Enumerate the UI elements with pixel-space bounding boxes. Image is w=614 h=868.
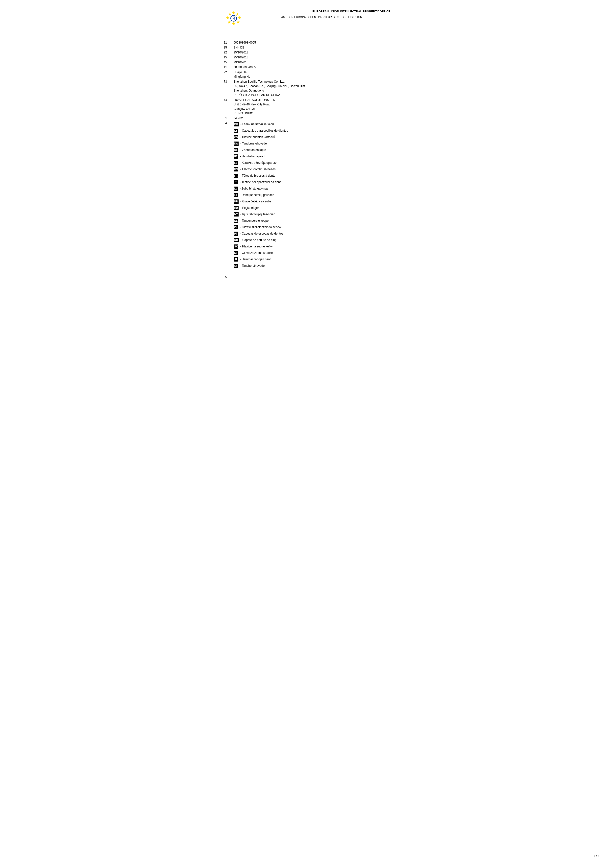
svg-marker-2 bbox=[238, 16, 241, 19]
lang-code-EN: EN bbox=[234, 167, 239, 172]
lang-entry-LT: LT - Dantų šepetėlių galvutės bbox=[234, 193, 288, 197]
lang-entry-DE: DE - Zahnbürstenköpfe bbox=[234, 148, 288, 152]
field-51-value: 04 - 02 bbox=[234, 116, 391, 121]
lang-text-HR: - Glave četkica za zube bbox=[240, 200, 271, 203]
field-11-row: 11 005808698-0005 bbox=[224, 65, 391, 70]
field-73-line1: Shenzhen Baolijie Technology Co., Ltd. bbox=[234, 80, 285, 84]
euipo-logo: R bbox=[224, 10, 243, 27]
main-content: 21 005808698-0005 25 EN - DE 22 25/10/20… bbox=[224, 40, 391, 279]
lang-code-HU: HU bbox=[234, 206, 239, 210]
field-74-number: 74 bbox=[224, 98, 234, 116]
lang-code-LT: LT bbox=[234, 193, 238, 197]
lang-code-BG: BG bbox=[234, 122, 239, 126]
field-51-row: 51 04 - 02 bbox=[224, 116, 391, 121]
euipo-subtitle: AMT DER EUROPÄISCHEN UNION FÜR GEISTIGES… bbox=[253, 16, 391, 19]
lang-text-MT: - Irjus tal-ixkupilji tas-snien bbox=[240, 212, 275, 216]
field-25-number: 25 bbox=[224, 45, 234, 50]
field-72-number: 72 bbox=[224, 70, 234, 79]
field-25-value: EN - DE bbox=[234, 45, 391, 50]
field-73-row: 73 Shenzhen Baolijie Technology Co., Ltd… bbox=[224, 79, 391, 97]
lang-text-SK: - Hlavice na zubné kefky bbox=[240, 245, 273, 248]
lang-text-ET: - Hambaharjapead bbox=[240, 155, 265, 158]
lang-code-CS: CS bbox=[234, 135, 239, 139]
field-21-row: 21 005808698-0005 bbox=[224, 40, 391, 45]
lang-entry-ET: ET - Hambaharjapead bbox=[234, 154, 288, 159]
svg-marker-4 bbox=[232, 22, 235, 25]
field-54-row: 54 BG - Глави на четки за зъби ES - Cabe… bbox=[224, 121, 391, 270]
field-72-value: Huajie He Mingfeng He bbox=[234, 70, 391, 79]
field-74-line2: Unit 6 42-46 New City Road bbox=[234, 103, 270, 106]
lang-code-NL: NL bbox=[234, 219, 238, 223]
lang-text-BG: - Глави на четки за зъби bbox=[240, 122, 274, 126]
lang-code-DA: DA bbox=[234, 141, 239, 146]
lang-code-SV: SV bbox=[234, 264, 238, 268]
field-74-value: LIU'S LEGAL SOLUTIONS LTD Unit 6 42-46 N… bbox=[234, 98, 391, 116]
lang-entry-ES: ES - Cabezales para cepillos de dientes bbox=[234, 129, 288, 133]
field-51-number: 51 bbox=[224, 116, 234, 121]
lang-entry-FI: FI - Hammasharjojen päät bbox=[234, 257, 288, 262]
lang-text-SL: - Glave za zobne krtačke bbox=[240, 251, 273, 254]
field-11-value: 005808698-0005 bbox=[234, 65, 391, 70]
lang-code-SL: SL bbox=[234, 251, 238, 255]
lang-code-ES: ES bbox=[234, 129, 238, 133]
page-header: R EUROPEAN UNION INTELLECTUAL PROPERTY O… bbox=[224, 10, 391, 28]
lang-entry-SV: SV - Tandborsthuvuden bbox=[234, 264, 288, 268]
field-72-row: 72 Huajie He Mingfeng He bbox=[224, 70, 391, 79]
lang-text-FI: - Hammasharjojen päät bbox=[240, 257, 271, 261]
field-21-value: 005808698-0005 bbox=[234, 40, 391, 45]
lang-code-FR: FR bbox=[234, 174, 238, 178]
svg-marker-3 bbox=[237, 20, 240, 23]
svg-marker-7 bbox=[228, 12, 231, 16]
field-72-line2: Mingfeng He bbox=[234, 75, 250, 78]
lang-entry-EL: EL - Κεφαλές οδοντόβουρτσων bbox=[234, 161, 288, 165]
euipo-title: EUROPEAN UNION INTELLECTUAL PROPERTY OFF… bbox=[253, 10, 391, 13]
field-15-row: 15 25/10/2018 bbox=[224, 55, 391, 60]
lang-text-NL: - Tandenborstelkoppen bbox=[240, 219, 270, 222]
field-21-number: 21 bbox=[224, 40, 234, 45]
field-55-number: 55 bbox=[224, 275, 234, 279]
lang-text-EL: - Κεφαλές οδοντόβουρτσων bbox=[240, 161, 276, 164]
field-22-value: 25/10/2018 bbox=[234, 50, 391, 55]
field-73-line2: D2, No.47, Shasan Rd., Shajing Sub-dist.… bbox=[234, 84, 306, 88]
svg-text:R: R bbox=[233, 16, 236, 20]
svg-marker-1 bbox=[236, 12, 239, 16]
lang-code-LV: LV bbox=[234, 186, 238, 191]
svg-marker-6 bbox=[226, 16, 229, 19]
field-11-number: 11 bbox=[224, 65, 234, 70]
field-74-line1: LIU'S LEGAL SOLUTIONS LTD bbox=[234, 98, 275, 102]
field-15-number: 15 bbox=[224, 55, 234, 60]
lang-entry-HU: HU - Fogkefefejek bbox=[234, 206, 288, 210]
lang-entry-LV: LV - Zobu birstu galviņas bbox=[234, 186, 288, 191]
lang-text-DA: - Tandbørstehoveder bbox=[240, 142, 268, 145]
field-22-row: 22 25/10/2018 bbox=[224, 50, 391, 55]
field-54-number: 54 bbox=[224, 121, 234, 270]
lang-entry-FR: FR - Têtes de brosses à dents bbox=[234, 174, 288, 178]
lang-text-IT: - Testine per spazzolini da denti bbox=[240, 180, 281, 184]
lang-text-HU: - Fogkefefejek bbox=[240, 206, 259, 209]
field-73-line3: Shenzhen, Guangdong bbox=[234, 89, 264, 92]
lang-text-LV: - Zobu birstu galviņas bbox=[240, 187, 268, 190]
lang-entry-RO: RO - Capete de periuțe de dinți bbox=[234, 238, 288, 242]
field-74-line3: Glasgow G4 9JT bbox=[234, 107, 256, 111]
lang-code-DE: DE bbox=[234, 148, 239, 152]
lang-text-SV: - Tandborsthuvuden bbox=[240, 264, 266, 268]
lang-code-FI: FI bbox=[234, 257, 238, 262]
lang-text-PT: - Cabeças de escovas de dentes bbox=[240, 232, 283, 235]
lang-text-PL: - Główki szczoteczek do zębów bbox=[240, 225, 281, 229]
lang-code-IT: IT bbox=[234, 180, 238, 184]
svg-marker-5 bbox=[228, 20, 231, 23]
lang-text-EN: - Electric toothbrush heads bbox=[240, 167, 276, 171]
lang-entry-DA: DA - Tandbørstehoveder bbox=[234, 141, 288, 146]
lang-entry-NL: NL - Tandenborstelkoppen bbox=[234, 219, 288, 223]
lang-code-ET: ET bbox=[234, 154, 238, 159]
lang-code-RO: RO bbox=[234, 238, 239, 242]
field-73-value: Shenzhen Baolijie Technology Co., Ltd. D… bbox=[234, 79, 391, 97]
svg-marker-0 bbox=[232, 11, 235, 14]
lang-entry-PL: PL - Główki szczoteczek do zębów bbox=[234, 225, 288, 229]
field-74-row: 74 LIU'S LEGAL SOLUTIONS LTD Unit 6 42-4… bbox=[224, 98, 391, 116]
lang-entry-SL: SL - Glave za zobne krtačke bbox=[234, 251, 288, 255]
lang-entry-BG: BG - Глави на четки за зъби bbox=[234, 122, 288, 126]
lang-entry-HR: HR - Glave četkica za zube bbox=[234, 199, 288, 204]
field-73-number: 73 bbox=[224, 79, 234, 97]
lang-text-DE: - Zahnbürstenköpfe bbox=[240, 148, 266, 152]
